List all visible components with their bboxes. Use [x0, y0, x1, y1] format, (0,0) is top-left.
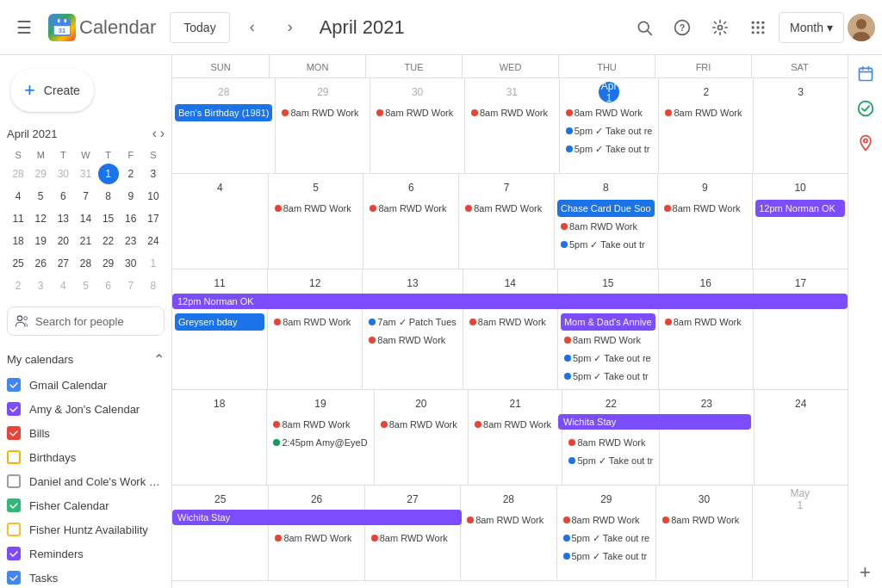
day-cell-17[interactable]: 17: [753, 269, 848, 389]
mini-day[interactable]: 18: [8, 231, 28, 251]
event-greysen-bday[interactable]: Greysen bday: [175, 313, 264, 331]
calendar-item-fisher-huntz[interactable]: Fisher Huntz Availability: [0, 517, 171, 542]
day-number[interactable]: 13: [402, 273, 423, 294]
day-number[interactable]: 20: [411, 393, 432, 414]
mini-day[interactable]: 5: [30, 186, 51, 207]
day-cell-27[interactable]: 27 8am RWD Work: [364, 486, 460, 580]
reminders-checkbox[interactable]: [7, 547, 21, 560]
day-cell-29-mar[interactable]: 29 8am RWD Work: [275, 78, 370, 173]
day-number[interactable]: 22: [600, 393, 621, 414]
mini-day[interactable]: 4: [53, 275, 73, 296]
calendar-item-amy-jon[interactable]: Amy & Jon's Calendar: [0, 397, 171, 421]
day-number[interactable]: 12: [305, 273, 326, 294]
event-chase-card[interactable]: Chase Card Due Soo: [557, 200, 655, 217]
day-number[interactable]: 30: [407, 82, 428, 102]
day-cell-5[interactable]: 5 8am RWD Work: [268, 174, 363, 269]
right-panel-icon-3[interactable]: [854, 131, 878, 155]
mini-day[interactable]: 5: [75, 275, 96, 296]
mini-day[interactable]: 19: [30, 231, 51, 251]
event-take-out-tr[interactable]: 5pm ✓ Take out tr: [561, 368, 655, 385]
user-avatar[interactable]: [848, 14, 875, 41]
gmail-cal-checkbox[interactable]: [7, 378, 21, 392]
day-cell-9[interactable]: 9 8am RWD Work: [657, 174, 753, 269]
event-wichita-stay-2[interactable]: Wichita Stay: [172, 510, 462, 525]
search-button[interactable]: [627, 10, 662, 45]
mini-day[interactable]: 3: [143, 164, 164, 184]
day-cell-apr-1[interactable]: Apr 1 8am RWD Work 5pm ✓ Take out re 5pm…: [559, 78, 659, 173]
calendar-item-tasks[interactable]: Tasks: [0, 566, 171, 588]
day-cell-31-mar[interactable]: 31 8am RWD Work: [464, 78, 559, 173]
mini-prev-button[interactable]: ‹: [152, 126, 157, 141]
add-button[interactable]: +: [854, 560, 878, 585]
event-rwd-work[interactable]: 8am RWD Work: [562, 104, 656, 121]
event-rwd-work[interactable]: 8am RWD Work: [368, 529, 457, 547]
calendar-item-fisher[interactable]: Fisher Calendar: [0, 493, 171, 517]
event-rwd-work[interactable]: 8am RWD Work: [462, 200, 551, 217]
day-cell-10[interactable]: 10 12pm Norman OK: [752, 174, 848, 269]
prev-button[interactable]: ‹: [237, 12, 268, 43]
day-number[interactable]: 8: [595, 177, 616, 198]
day-cell-22[interactable]: 22 8am RWD Work 5pm ✓ Take out tr: [562, 390, 659, 485]
mini-day[interactable]: 8: [98, 186, 119, 207]
mini-day[interactable]: 29: [98, 253, 119, 274]
day-number[interactable]: 5: [306, 177, 326, 198]
apps-button[interactable]: [741, 10, 775, 45]
mini-day[interactable]: 23: [121, 231, 141, 251]
event-take-out-tr[interactable]: 5pm ✓ Take out tr: [560, 548, 654, 565]
mini-day[interactable]: 29: [30, 164, 51, 184]
menu-button[interactable]: ☰: [7, 10, 41, 45]
day-cell-29-apr[interactable]: 29 8am RWD Work 5pm ✓ Take out re 5pm ✓ …: [556, 486, 656, 580]
fisher-checkbox[interactable]: [7, 498, 21, 512]
day-cell-24[interactable]: 24: [754, 390, 848, 485]
event-amy-eyed[interactable]: 2:45pm Amy@EyeD: [270, 434, 370, 451]
mini-day[interactable]: 1: [143, 253, 164, 274]
event-take-out-1[interactable]: 5pm ✓ Take out re: [562, 122, 656, 139]
event-rwd-work[interactable]: 8am RWD Work: [366, 200, 456, 217]
mini-day[interactable]: 16: [121, 208, 141, 229]
day-number[interactable]: 29: [596, 489, 617, 510]
day-number[interactable]: 24: [791, 393, 811, 414]
search-people[interactable]: Search for people: [7, 306, 165, 336]
day-number[interactable]: 3: [791, 82, 811, 102]
day-number[interactable]: 28: [214, 82, 234, 102]
day-cell-26[interactable]: 26 8am RWD Work: [268, 486, 363, 580]
my-calendars-header[interactable]: My calendars ⌃: [0, 346, 171, 373]
birthdays-checkbox[interactable]: [7, 450, 21, 464]
event-wichita-stay[interactable]: Wichita Stay: [558, 414, 751, 430]
day-number[interactable]: 28: [498, 489, 519, 510]
calendar-item-gmail[interactable]: Gmail Calendar: [0, 373, 171, 397]
event-rwd-work[interactable]: 8am RWD Work: [561, 331, 655, 349]
mini-day[interactable]: 7: [121, 275, 141, 296]
day-number[interactable]: 14: [500, 273, 520, 294]
day-number[interactable]: 26: [307, 489, 327, 510]
day-number[interactable]: 30: [693, 489, 714, 510]
day-cell-15[interactable]: 15 Mom & Dad's Annive 8am RWD Work 5pm ✓…: [557, 269, 658, 389]
mini-day[interactable]: 30: [121, 253, 141, 274]
mini-day-today[interactable]: 1: [98, 164, 119, 184]
event-rwd-work[interactable]: 8am RWD Work: [270, 416, 370, 433]
mini-day[interactable]: 22: [98, 231, 119, 251]
mini-day[interactable]: 28: [75, 253, 96, 274]
right-panel-icon-1[interactable]: [854, 62, 878, 86]
mini-next-button[interactable]: ›: [160, 126, 165, 141]
event-take-out[interactable]: 5pm ✓ Take out tr: [557, 236, 655, 253]
mini-day[interactable]: 6: [53, 186, 73, 207]
mini-day[interactable]: 26: [30, 253, 51, 274]
event-rwd-work[interactable]: 8am RWD Work: [659, 511, 748, 529]
mini-day[interactable]: 31: [75, 164, 96, 184]
mini-day[interactable]: 9: [121, 186, 141, 207]
view-selector[interactable]: Month ▾: [779, 12, 844, 43]
mini-day[interactable]: 11: [8, 208, 28, 229]
right-panel-icon-2[interactable]: [854, 96, 878, 121]
day-cell-may-1[interactable]: May 1: [752, 486, 848, 580]
day-number[interactable]: 11: [209, 273, 230, 294]
event-rwd-work[interactable]: 8am RWD Work: [661, 200, 750, 217]
day-number[interactable]: 10: [790, 177, 811, 198]
calendar-item-birthdays[interactable]: Birthdays: [0, 445, 171, 469]
day-cell-30-mar[interactable]: 30 8am RWD Work: [370, 78, 464, 173]
event-mom-dad-anniversary[interactable]: Mom & Dad's Annive: [561, 313, 655, 331]
bills-checkbox[interactable]: [7, 426, 21, 440]
settings-button[interactable]: [703, 10, 737, 45]
day-cell-30-apr[interactable]: 30 8am RWD Work: [655, 486, 751, 580]
event-rwd-work[interactable]: 8am RWD Work: [471, 416, 559, 433]
